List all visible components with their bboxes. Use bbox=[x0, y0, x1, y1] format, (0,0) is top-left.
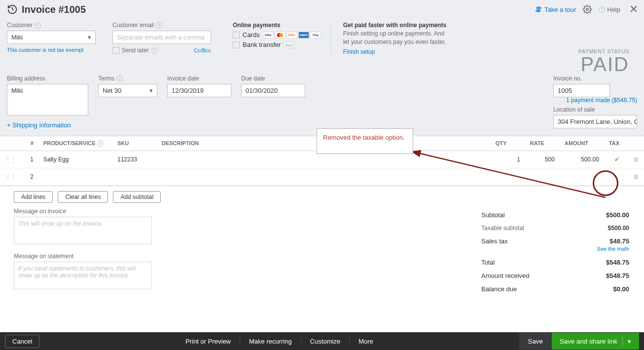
shipping-info-link[interactable]: + Shipping information bbox=[7, 121, 71, 129]
cards-option[interactable]: Cards VISA DISC AMEX Pay bbox=[233, 31, 321, 39]
line-product[interactable]: Salty Egg bbox=[38, 151, 112, 168]
drag-handle-icon[interactable]: ⋮⋮ bbox=[0, 151, 22, 168]
due-date-input[interactable]: 01/30/2020 bbox=[241, 84, 305, 97]
gear-icon[interactable] bbox=[583, 5, 592, 14]
line-sku[interactable] bbox=[112, 168, 157, 186]
customer-email-input[interactable] bbox=[112, 31, 211, 44]
billing-address-label: Billing address bbox=[7, 75, 88, 82]
invoice-no-input[interactable]: 1005 bbox=[553, 84, 610, 97]
footer-bar: Cancel Print or Preview Make recurring C… bbox=[0, 332, 644, 350]
invoice-no-label: Invoice no. bbox=[553, 75, 637, 82]
svg-point-2 bbox=[279, 33, 283, 37]
history-icon bbox=[7, 4, 18, 15]
line-number: 2 bbox=[22, 168, 38, 186]
svg-point-0 bbox=[586, 8, 589, 11]
invoice-date-label: Invoice date bbox=[167, 75, 231, 82]
location-input[interactable]: 304 Fremont Lane, Union, CA, 945 bbox=[553, 115, 637, 128]
message-invoice-label: Message on invoice bbox=[14, 208, 149, 215]
bank-icon: BANK bbox=[284, 41, 294, 48]
location-label: Location of sale bbox=[553, 106, 637, 113]
checkbox-icon bbox=[112, 47, 119, 54]
take-a-tour-link[interactable]: Take a tour bbox=[535, 5, 576, 13]
customer-select[interactable]: Miki bbox=[7, 31, 96, 44]
send-later-checkbox[interactable]: Send later ? bbox=[112, 47, 158, 54]
annotation-arrow bbox=[413, 148, 615, 207]
online-payments-promo-body: Finish setting up online payments. And l… bbox=[343, 30, 447, 46]
customer-email-label: Customer email? bbox=[112, 22, 221, 29]
line-number: 1 bbox=[22, 151, 38, 168]
customer-label: Customer? bbox=[7, 22, 101, 29]
message-statement-label: Message on statement bbox=[14, 253, 149, 260]
checkbox-icon bbox=[233, 32, 240, 39]
payment-status: PAYMENT STATUS PAID bbox=[578, 48, 629, 74]
titlebar: Invoice #1005 Take a tour ? Help ✕ bbox=[0, 0, 644, 18]
save-share-button[interactable]: Save and share link▾ bbox=[552, 333, 639, 350]
cc-bcc-link[interactable]: Cc/Bcc bbox=[194, 47, 211, 53]
online-payments-promo-title: Get paid faster with online payments bbox=[343, 22, 447, 29]
line-product[interactable] bbox=[38, 168, 112, 186]
customize-button[interactable]: Customize bbox=[301, 338, 350, 345]
see-the-math-link[interactable]: See the math bbox=[481, 246, 629, 252]
bank-transfer-option[interactable]: Bank transfer BANK bbox=[233, 41, 321, 48]
mastercard-icon bbox=[275, 32, 286, 39]
billing-address-input[interactable]: Miki bbox=[7, 84, 88, 116]
drag-handle-icon[interactable]: ⋮⋮ bbox=[0, 168, 22, 186]
online-payments-heading: Online payments bbox=[233, 22, 321, 29]
svg-line-3 bbox=[418, 153, 606, 197]
chevron-down-icon[interactable]: ▾ bbox=[622, 337, 631, 346]
discover-icon: DISC bbox=[286, 32, 297, 39]
checkbox-icon bbox=[233, 41, 240, 48]
page-title: Invoice #1005 bbox=[22, 4, 86, 15]
due-date-label: Due date bbox=[241, 75, 305, 82]
add-subtotal-button[interactable]: Add subtotal bbox=[113, 191, 161, 203]
help-link[interactable]: ? Help bbox=[599, 6, 620, 13]
more-button[interactable]: More bbox=[350, 338, 382, 345]
line-sku[interactable]: 112233 bbox=[112, 151, 157, 168]
add-lines-button[interactable]: Add lines bbox=[14, 191, 53, 203]
message-statement-input[interactable] bbox=[14, 262, 152, 289]
print-preview-button[interactable]: Print or Preview bbox=[177, 338, 240, 345]
delete-line-icon[interactable]: 🗑 bbox=[624, 151, 644, 168]
invoice-header: Customer? Miki This customer is not tax … bbox=[0, 18, 644, 136]
annotation-callout: Removed the taxable option. bbox=[317, 128, 413, 154]
invoice-date-input[interactable]: 12/30/2019 bbox=[167, 84, 231, 97]
apple-pay-icon: Pay bbox=[310, 32, 321, 39]
delete-line-icon[interactable]: 🗑 bbox=[624, 168, 644, 186]
save-button[interactable]: Save bbox=[519, 333, 552, 350]
cancel-button[interactable]: Cancel bbox=[5, 335, 39, 348]
help-circle-icon: ? bbox=[599, 6, 605, 13]
finish-setup-link[interactable]: Finish setup bbox=[343, 48, 375, 55]
payments-made-link[interactable]: 1 payment made ($548.75) bbox=[566, 97, 637, 104]
terms-select[interactable]: Net 30 bbox=[98, 84, 157, 97]
terms-label: Terms? bbox=[98, 75, 157, 82]
totals-panel: Subtotal$500.00 Taxable subtotal$500.00 … bbox=[481, 208, 629, 296]
message-invoice-input[interactable] bbox=[14, 217, 152, 244]
visa-icon: VISA bbox=[263, 32, 274, 39]
tax-exempt-note[interactable]: This customer is not tax exempt bbox=[7, 47, 83, 53]
amex-icon: AMEX bbox=[298, 32, 309, 39]
make-recurring-button[interactable]: Make recurring bbox=[240, 338, 301, 345]
clear-lines-button[interactable]: Clear all lines bbox=[58, 191, 108, 203]
close-icon[interactable]: ✕ bbox=[627, 3, 638, 16]
signpost-icon bbox=[535, 5, 542, 13]
